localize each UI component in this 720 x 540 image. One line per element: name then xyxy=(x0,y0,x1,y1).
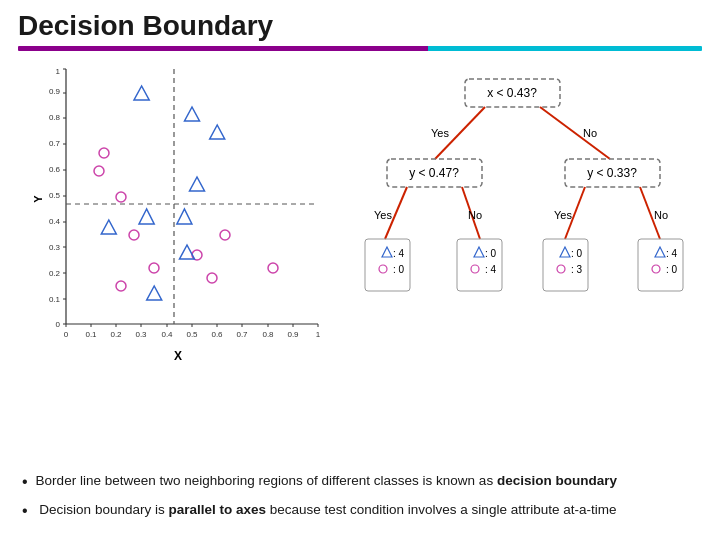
svg-text:0: 0 xyxy=(56,320,61,329)
svg-text:0.2: 0.2 xyxy=(110,330,122,339)
svg-text:0.8: 0.8 xyxy=(262,330,274,339)
svg-text:0.6: 0.6 xyxy=(49,165,61,174)
svg-text:: 4: : 4 xyxy=(485,264,497,275)
svg-text:0.3: 0.3 xyxy=(49,243,61,252)
svg-point-57 xyxy=(220,230,230,240)
svg-text:0.4: 0.4 xyxy=(49,217,61,226)
svg-text:No: No xyxy=(654,209,668,221)
bullet-dot-1: • xyxy=(22,472,28,493)
svg-point-99 xyxy=(557,265,565,273)
svg-text:0.5: 0.5 xyxy=(49,191,61,200)
svg-text:No: No xyxy=(468,209,482,221)
svg-marker-59 xyxy=(134,86,149,100)
svg-text:0: 0 xyxy=(64,330,69,339)
svg-marker-66 xyxy=(147,286,162,300)
scatter-chart: 0 0.1 0.2 0.3 0.4 0.5 0.6 0.7 0.8 0.9 1 xyxy=(28,59,328,349)
bullet-dot-2: • xyxy=(22,501,28,522)
bullet-text-2: Decision boundary is parallel to axes be… xyxy=(36,501,617,520)
svg-text:Yes: Yes xyxy=(374,209,392,221)
svg-point-56 xyxy=(207,273,217,283)
bullet-text-1: Border line between two neighboring regi… xyxy=(36,472,617,491)
svg-point-53 xyxy=(149,263,159,273)
svg-line-71 xyxy=(540,107,610,159)
svg-text:0.9: 0.9 xyxy=(49,87,61,96)
svg-text:0.4: 0.4 xyxy=(161,330,173,339)
svg-point-52 xyxy=(129,230,139,240)
svg-text:: 0: : 0 xyxy=(485,248,497,259)
x-axis-label: X xyxy=(174,349,182,363)
page: Decision Boundary 0 0.1 0.2 0.3 0.4 0 xyxy=(0,0,720,540)
svg-text:y < 0.33?: y < 0.33? xyxy=(587,166,637,180)
decision-tree: x < 0.43? Yes No y < 0.47? y < 0.33? xyxy=(355,69,695,359)
main-content: 0 0.1 0.2 0.3 0.4 0.5 0.6 0.7 0.8 0.9 1 xyxy=(18,59,702,464)
divider-bar xyxy=(18,46,702,51)
svg-text:: 3: : 3 xyxy=(571,264,583,275)
bullet-list: • Border line between two neighboring re… xyxy=(18,472,702,530)
svg-text:0.9: 0.9 xyxy=(287,330,299,339)
svg-marker-64 xyxy=(177,209,192,224)
svg-point-51 xyxy=(116,192,126,202)
svg-text:0.3: 0.3 xyxy=(135,330,147,339)
svg-point-94 xyxy=(471,265,479,273)
svg-text:0.1: 0.1 xyxy=(49,295,61,304)
bullet-item-2: • Decision boundary is parallel to axes … xyxy=(22,501,698,522)
svg-point-54 xyxy=(116,281,126,291)
svg-text:0.7: 0.7 xyxy=(236,330,248,339)
svg-text:: 4: : 4 xyxy=(393,248,405,259)
svg-text:0.7: 0.7 xyxy=(49,139,61,148)
svg-marker-65 xyxy=(190,177,205,191)
svg-point-58 xyxy=(268,263,278,273)
svg-text:0.5: 0.5 xyxy=(186,330,198,339)
svg-point-89 xyxy=(379,265,387,273)
tree-container: x < 0.43? Yes No y < 0.47? y < 0.33? xyxy=(348,59,702,464)
svg-text:0.1: 0.1 xyxy=(85,330,97,339)
svg-marker-62 xyxy=(139,209,154,224)
svg-text:1: 1 xyxy=(56,67,61,76)
svg-text:: 4: : 4 xyxy=(666,248,678,259)
svg-point-50 xyxy=(94,166,104,176)
svg-text:y < 0.47?: y < 0.47? xyxy=(409,166,459,180)
bullet-item-1: • Border line between two neighboring re… xyxy=(22,472,698,493)
svg-marker-87 xyxy=(382,247,392,257)
svg-text:1: 1 xyxy=(316,330,321,339)
svg-marker-97 xyxy=(560,247,570,257)
svg-marker-92 xyxy=(474,247,484,257)
svg-text:0.8: 0.8 xyxy=(49,113,61,122)
svg-text:0.2: 0.2 xyxy=(49,269,61,278)
svg-text:0.6: 0.6 xyxy=(211,330,223,339)
svg-point-104 xyxy=(652,265,660,273)
svg-text:Yes: Yes xyxy=(431,127,449,139)
svg-marker-63 xyxy=(101,220,116,234)
page-title: Decision Boundary xyxy=(18,10,702,42)
svg-text:: 0: : 0 xyxy=(666,264,678,275)
svg-text:x < 0.43?: x < 0.43? xyxy=(487,86,537,100)
svg-marker-60 xyxy=(185,107,200,121)
svg-text:Yes: Yes xyxy=(554,209,572,221)
svg-marker-61 xyxy=(210,125,225,139)
svg-text:Y: Y xyxy=(32,195,44,203)
svg-point-49 xyxy=(99,148,109,158)
svg-marker-102 xyxy=(655,247,665,257)
chart-container: 0 0.1 0.2 0.3 0.4 0.5 0.6 0.7 0.8 0.9 1 xyxy=(18,59,338,464)
svg-text:: 0: : 0 xyxy=(571,248,583,259)
svg-text:: 0: : 0 xyxy=(393,264,405,275)
svg-text:No: No xyxy=(583,127,597,139)
